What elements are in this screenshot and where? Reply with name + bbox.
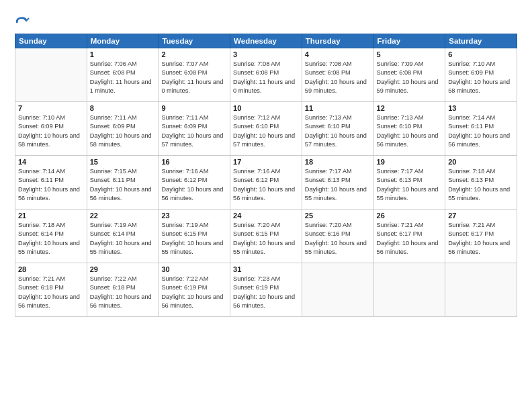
sunset-label: Sunset: 6:09 PM [18,123,64,130]
daylight-label: Daylight: 10 hours and 56 minutes. [90,186,152,201]
sunrise-label: Sunrise: 7:11 AM [90,114,137,121]
day-header-monday: Monday [87,34,159,48]
calendar-cell: 10 Sunrise: 7:12 AM Sunset: 6:10 PM Dayl… [230,102,302,156]
cell-info: Sunrise: 7:21 AM Sunset: 6:17 PM Dayligh… [448,221,514,257]
calendar-cell: 3 Sunrise: 7:08 AM Sunset: 6:08 PM Dayli… [230,48,302,102]
day-number: 11 [305,104,371,112]
cell-info: Sunrise: 7:14 AM Sunset: 6:11 PM Dayligh… [18,167,84,203]
calendar: SundayMondayTuesdayWednesdayThursdayFrid… [15,34,517,317]
daylight-label: Daylight: 11 hours and 1 minute. [90,79,152,94]
cell-info: Sunrise: 7:17 AM Sunset: 6:13 PM Dayligh… [377,167,443,203]
sunset-label: Sunset: 6:09 PM [90,123,136,130]
daylight-label: Daylight: 10 hours and 56 minutes. [448,240,510,255]
sunrise-label: Sunrise: 7:18 AM [448,168,495,175]
cell-info: Sunrise: 7:08 AM Sunset: 6:08 PM Dayligh… [305,60,371,95]
daylight-label: Daylight: 10 hours and 57 minutes. [161,132,223,148]
cell-info: Sunrise: 7:06 AM Sunset: 6:08 PM Dayligh… [90,60,156,95]
calendar-cell: 4 Sunrise: 7:08 AM Sunset: 6:08 PM Dayli… [302,48,373,102]
calendar-cell: 25 Sunrise: 7:20 AM Sunset: 6:16 PM Dayl… [302,210,373,263]
sunrise-label: Sunrise: 7:10 AM [18,114,65,121]
week-row-0: 1 Sunrise: 7:06 AM Sunset: 6:08 PM Dayli… [15,48,517,102]
daylight-label: Daylight: 10 hours and 56 minutes. [161,186,223,201]
sunset-label: Sunset: 6:10 PM [233,123,279,130]
calendar-cell: 27 Sunrise: 7:21 AM Sunset: 6:17 PM Dayl… [445,210,517,263]
week-row-3: 21 Sunrise: 7:18 AM Sunset: 6:14 PM Dayl… [15,210,517,263]
cell-info: Sunrise: 7:19 AM Sunset: 6:14 PM Dayligh… [90,221,156,257]
cell-info: Sunrise: 7:18 AM Sunset: 6:14 PM Dayligh… [18,221,84,257]
daylight-label: Daylight: 10 hours and 55 minutes. [305,186,367,201]
sunset-label: Sunset: 6:09 PM [161,123,207,130]
calendar-cell: 17 Sunrise: 7:16 AM Sunset: 6:12 PM Dayl… [230,156,302,210]
daylight-label: Daylight: 10 hours and 58 minutes. [90,132,152,148]
daylight-label: Daylight: 10 hours and 55 minutes. [161,240,223,255]
daylight-label: Daylight: 10 hours and 59 minutes. [305,79,367,94]
daylight-label: Daylight: 10 hours and 56 minutes. [90,293,152,309]
sunset-label: Sunset: 6:08 PM [90,69,136,76]
sunrise-label: Sunrise: 7:20 AM [305,222,352,228]
daylight-label: Daylight: 10 hours and 58 minutes. [18,132,80,148]
day-number: 17 [233,158,299,166]
sunrise-label: Sunrise: 7:16 AM [161,168,208,175]
calendar-cell [445,263,517,317]
sunrise-label: Sunrise: 7:19 AM [161,222,208,228]
calendar-cell: 14 Sunrise: 7:14 AM Sunset: 6:11 PM Dayl… [15,156,87,210]
day-number: 26 [377,212,443,220]
day-number: 14 [18,158,84,166]
day-number: 3 [233,50,299,58]
daylight-label: Daylight: 10 hours and 55 minutes. [18,240,80,255]
daylight-label: Daylight: 10 hours and 57 minutes. [305,132,367,148]
daylight-label: Daylight: 10 hours and 57 minutes. [233,132,295,148]
sunset-label: Sunset: 6:18 PM [90,284,136,291]
sunset-label: Sunset: 6:11 PM [448,123,494,130]
daylight-label: Daylight: 10 hours and 59 minutes. [377,79,439,94]
sunrise-label: Sunrise: 7:21 AM [377,222,424,228]
sunrise-label: Sunrise: 7:23 AM [233,275,280,282]
sunset-label: Sunset: 6:08 PM [305,69,351,76]
sunrise-label: Sunrise: 7:21 AM [448,222,495,228]
calendar-cell: 20 Sunrise: 7:18 AM Sunset: 6:13 PM Dayl… [445,156,517,210]
sunset-label: Sunset: 6:08 PM [233,69,279,76]
cell-info: Sunrise: 7:10 AM Sunset: 6:09 PM Dayligh… [448,60,514,95]
week-row-4: 28 Sunrise: 7:21 AM Sunset: 6:18 PM Dayl… [15,263,517,317]
calendar-cell: 23 Sunrise: 7:19 AM Sunset: 6:15 PM Dayl… [159,210,230,263]
sunrise-label: Sunrise: 7:17 AM [305,168,352,175]
sunrise-label: Sunrise: 7:09 AM [377,60,424,67]
week-row-2: 14 Sunrise: 7:14 AM Sunset: 6:11 PM Dayl… [15,156,517,210]
calendar-cell: 26 Sunrise: 7:21 AM Sunset: 6:17 PM Dayl… [373,210,445,263]
sunrise-label: Sunrise: 7:14 AM [18,168,65,175]
sunrise-label: Sunrise: 7:08 AM [233,60,280,67]
calendar-cell: 28 Sunrise: 7:21 AM Sunset: 6:18 PM Dayl… [15,263,87,317]
sunrise-label: Sunrise: 7:15 AM [90,168,137,175]
daylight-label: Daylight: 10 hours and 55 minutes. [233,240,295,255]
day-number: 6 [448,50,514,58]
day-number: 13 [448,104,514,112]
daylight-label: Daylight: 11 hours and 0 minutes. [233,79,295,94]
cell-info: Sunrise: 7:22 AM Sunset: 6:18 PM Dayligh… [90,275,156,310]
sunset-label: Sunset: 6:08 PM [377,69,423,76]
daylight-label: Daylight: 11 hours and 0 minutes. [161,79,223,94]
calendar-cell: 1 Sunrise: 7:06 AM Sunset: 6:08 PM Dayli… [87,48,159,102]
sunrise-label: Sunrise: 7:20 AM [233,222,280,228]
calendar-header-row: SundayMondayTuesdayWednesdayThursdayFrid… [15,34,517,48]
cell-info: Sunrise: 7:11 AM Sunset: 6:09 PM Dayligh… [90,113,156,149]
sunset-label: Sunset: 6:12 PM [233,177,279,183]
cell-info: Sunrise: 7:11 AM Sunset: 6:09 PM Dayligh… [161,113,227,149]
day-number: 19 [377,158,443,166]
cell-info: Sunrise: 7:17 AM Sunset: 6:13 PM Dayligh… [305,167,371,203]
cell-info: Sunrise: 7:16 AM Sunset: 6:12 PM Dayligh… [161,167,227,203]
day-number: 5 [377,50,443,58]
sunrise-label: Sunrise: 7:22 AM [90,275,137,282]
day-number: 25 [305,212,371,220]
day-number: 24 [233,212,299,220]
day-header-tuesday: Tuesday [159,34,230,48]
sunrise-label: Sunrise: 7:17 AM [377,168,424,175]
sunset-label: Sunset: 6:17 PM [448,230,494,237]
cell-info: Sunrise: 7:13 AM Sunset: 6:10 PM Dayligh… [305,113,371,149]
sunset-label: Sunset: 6:16 PM [305,230,351,237]
sunrise-label: Sunrise: 7:11 AM [161,114,208,121]
calendar-cell: 12 Sunrise: 7:13 AM Sunset: 6:10 PM Dayl… [373,102,445,156]
cell-info: Sunrise: 7:16 AM Sunset: 6:12 PM Dayligh… [233,167,299,203]
daylight-label: Daylight: 10 hours and 55 minutes. [90,240,152,255]
day-header-thursday: Thursday [302,34,373,48]
calendar-cell: 8 Sunrise: 7:11 AM Sunset: 6:09 PM Dayli… [87,102,159,156]
